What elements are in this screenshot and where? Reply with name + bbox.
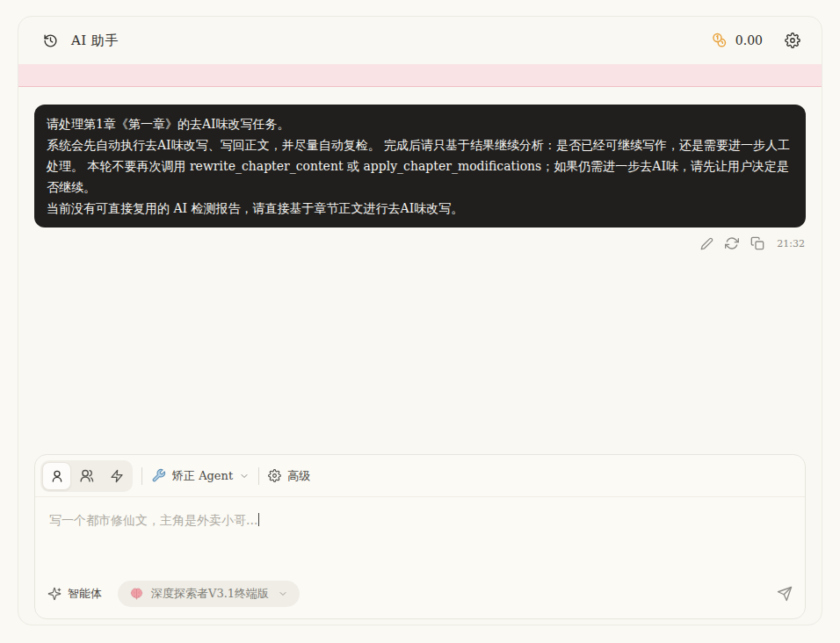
single-agent-mode-button[interactable] — [42, 462, 71, 490]
refresh-icon — [725, 236, 739, 250]
settings-button[interactable] — [783, 31, 802, 50]
regenerate-button[interactable] — [724, 235, 740, 251]
quick-mode-button[interactable] — [102, 462, 131, 490]
people-icon — [79, 468, 94, 483]
message-actions: 21:32 — [34, 235, 806, 251]
header-bar: AI 助手 0.00 — [18, 17, 822, 64]
agents-button[interactable]: 智能体 — [47, 586, 102, 602]
header-left: AI 助手 — [41, 32, 119, 50]
balance-amount: 0.00 — [735, 33, 763, 47]
advanced-settings-label: 高级 — [287, 468, 310, 484]
chat-area: 请处理第1章《第一章》的去AI味改写任务。 系统会先自动执行去AI味改写、写回正… — [18, 87, 822, 454]
input-placeholder: 写一个都市修仙文，主角是外卖小哥... — [49, 513, 257, 527]
chat-panel: AI 助手 0.00 — [18, 16, 822, 625]
copy-message-button[interactable] — [749, 235, 765, 251]
message-input[interactable]: 写一个都市修仙文，主角是外卖小哥... — [35, 497, 805, 578]
multi-agent-mode-button[interactable] — [72, 462, 101, 490]
coins-icon — [712, 33, 728, 48]
edit-message-button[interactable] — [699, 236, 714, 251]
text-caret — [258, 513, 259, 526]
app-title: AI 助手 — [71, 33, 119, 49]
agents-button-label: 智能体 — [68, 586, 102, 602]
composer-bottom-bar: 智能体 深度探索者V3.1终端版 — [35, 578, 805, 618]
model-selector[interactable]: 深度探索者V3.1终端版 — [118, 581, 300, 607]
message-timestamp: 21:32 — [777, 238, 805, 249]
composer: 矫正 Agent 高级 写一个都 — [34, 454, 806, 619]
copy-icon — [750, 236, 764, 250]
chevron-down-icon — [278, 589, 288, 599]
gear-icon — [268, 469, 281, 482]
advanced-settings-button[interactable]: 高级 — [268, 468, 310, 484]
gear-icon — [785, 33, 800, 48]
toolbar-divider — [258, 467, 259, 485]
agent-selector[interactable]: 矫正 Agent — [151, 468, 250, 484]
sparkles-icon — [47, 587, 62, 601]
agent-selector-label: 矫正 Agent — [172, 468, 233, 484]
notice-banner — [18, 64, 822, 87]
header-right: 0.00 — [712, 31, 802, 50]
model-selector-label: 深度探索者V3.1终端版 — [151, 586, 269, 602]
send-button[interactable] — [777, 586, 793, 602]
person-icon — [50, 469, 64, 483]
message-paragraph: 当前没有可直接复用的 AI 检测报告，请直接基于章节正文进行去AI味改写。 — [47, 198, 793, 219]
toolbar-divider — [141, 467, 142, 485]
composer-toolbar: 矫正 Agent 高级 — [35, 455, 805, 497]
wrench-icon — [151, 468, 166, 483]
mode-switcher — [40, 460, 133, 492]
message-paragraph: 请处理第1章《第一章》的去AI味改写任务。 — [47, 113, 793, 134]
send-icon — [777, 586, 793, 602]
user-message-bubble: 请处理第1章《第一章》的去AI味改写任务。 系统会先自动执行去AI味改写、写回正… — [34, 105, 806, 228]
pencil-icon — [700, 237, 713, 250]
message-paragraph: 系统会先自动执行去AI味改写、写回正文，并尽量自动复检。 完成后请只基于结果继续… — [47, 134, 793, 198]
history-button[interactable] — [41, 32, 60, 50]
brain-icon — [129, 587, 144, 602]
history-icon — [43, 33, 58, 48]
chevron-down-icon — [239, 471, 250, 481]
app-background: AI 助手 0.00 — [0, 0, 840, 643]
lightning-icon — [110, 469, 124, 483]
